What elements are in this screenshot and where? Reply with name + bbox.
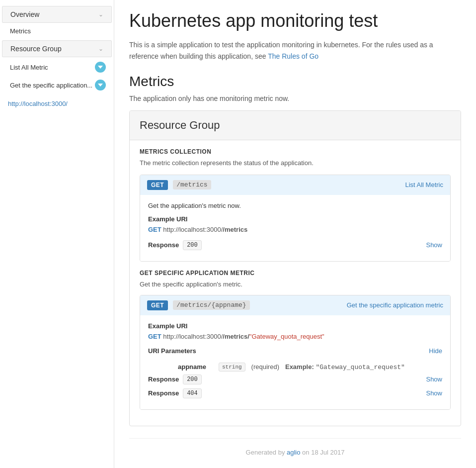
response-left-200-2: Response 200 (148, 374, 202, 384)
sidebar: Overview ⌄ Metrics Resource Group ⌄ List… (0, 0, 114, 468)
endpoint-link-metrics[interactable]: List All Metric (405, 181, 443, 188)
endpoint-desc-metrics: Get the application's metric now. (148, 202, 442, 209)
metrics-section-desc: The application only has one monitoring … (129, 94, 461, 102)
get-badge-metrics: GET (147, 180, 168, 190)
response-label-200-2: Response (148, 375, 179, 383)
uri-params-row: URI Parameters Hide (148, 347, 442, 355)
get-specific-title: GET SPECIFIC APPLICATION METRIC (140, 270, 451, 277)
sidebar-item-list-all-metric-label: List All Metric (10, 64, 48, 71)
metrics-section-title: Metrics (129, 74, 461, 90)
main-content: Kubernetes app monitoring test This is a… (114, 0, 476, 468)
metrics-collection-title: METRICS COLLECTION (140, 148, 451, 155)
metrics-collection-desc: The metric collection represents the sta… (140, 159, 451, 167)
sidebar-item-overview-label: Overview (10, 10, 39, 18)
sidebar-section-resource-group: Resource Group ⌄ List All Metric Get the… (0, 40, 114, 94)
sidebar-item-overview[interactable]: Overview ⌄ (2, 6, 112, 23)
page-title: Kubernetes app monitoring test (129, 10, 461, 31)
response-code-200-2: 200 (183, 374, 202, 384)
endpoint-header-left: GET /metrics (147, 180, 211, 190)
example-get-text-2: GET (148, 333, 161, 340)
chevron-down-icon: ⌄ (98, 11, 103, 18)
example-get-text-1: GET (148, 226, 161, 233)
sidebar-item-metrics[interactable]: Metrics (0, 24, 114, 38)
resource-group-title: Resource Group (140, 119, 451, 132)
param-example-key-label: Example: (285, 363, 314, 371)
response-row-200-2: Response 200 Show (148, 374, 442, 384)
page-description: This is a simple application to test the… (129, 39, 461, 62)
footer-prefix: Generated by (246, 449, 287, 456)
param-name: appname (178, 363, 213, 371)
param-required: (required) (251, 363, 279, 371)
hide-link[interactable]: Hide (429, 347, 442, 355)
get-specific-badge (95, 80, 106, 91)
example-uri-suffix-1: /metrics (223, 226, 247, 233)
example-uri-path-2: /metrics/ (223, 333, 249, 340)
footer-suffix: on 18 Jul 2017 (300, 449, 344, 456)
endpoint-path-metrics: /metrics (173, 180, 211, 189)
sidebar-item-get-specific[interactable]: Get the specific application... (0, 76, 114, 94)
resource-group-body: METRICS COLLECTION The metric collection… (130, 140, 461, 426)
example-uri-base-1: http://localhost:3000/ (163, 226, 223, 233)
localhost-link[interactable]: http://localhost:3000/ (0, 96, 114, 111)
param-example-val: "Gateway_quota_request" (316, 364, 404, 371)
example-uri-value-1: GET http://localhost:3000//metrics (148, 226, 442, 233)
example-uri-value-2: GET http://localhost:3000//metrics/"Gate… (148, 333, 442, 340)
sidebar-item-metrics-label: Metrics (10, 27, 31, 35)
example-uri-highlight-2: "Gateway_quota_request" (249, 333, 324, 340)
footer: Generated by aglio on 18 Jul 2017 (129, 438, 461, 466)
endpoint-block-specific: GET /metrics/{appname} Get the specific … (140, 295, 451, 410)
response-left-200-1: Response 200 (148, 240, 202, 250)
sidebar-item-resource-group[interactable]: Resource Group ⌄ (2, 40, 112, 57)
example-uri-label-1: Example URI (148, 215, 442, 223)
endpoint-block-metrics: GET /metrics List All Metric Get the app… (140, 175, 451, 262)
example-uri-base-2: http://localhost:3000/ (163, 333, 223, 340)
uri-params-label: URI Parameters (148, 347, 196, 355)
sidebar-item-list-all-metric[interactable]: List All Metric (0, 58, 114, 76)
resource-group-card: Resource Group METRICS COLLECTION The me… (129, 110, 461, 426)
resource-group-header: Resource Group (130, 111, 461, 140)
chevron-down-icon-2: ⌄ (98, 45, 103, 52)
response-code-404: 404 (183, 388, 202, 398)
endpoint-body-metrics: Get the application's metric now. Exampl… (140, 195, 450, 261)
endpoint-body-specific: Example URI GET http://localhost:3000//m… (140, 315, 450, 409)
show-link-200-2[interactable]: Show (426, 375, 442, 383)
response-left-404: Response 404 (148, 388, 202, 398)
response-label-404: Response (148, 389, 179, 397)
response-label-200-1: Response (148, 241, 179, 249)
sidebar-item-get-specific-label: Get the specific application... (10, 82, 92, 89)
show-link-404[interactable]: Show (426, 389, 442, 397)
get-specific-desc: Get the specific application's metric. (140, 281, 451, 288)
sidebar-item-resource-group-label: Resource Group (10, 45, 62, 53)
get-badge-specific: GET (147, 300, 168, 310)
param-row: appname string (required) Example: "Gate… (148, 360, 442, 374)
example-uri-label-2: Example URI (148, 322, 442, 330)
response-row-200-1: Response 200 Show (148, 240, 442, 250)
response-code-200-1: 200 (183, 240, 202, 250)
rules-of-go-link[interactable]: The Rules of Go (268, 52, 318, 60)
param-type: string (219, 363, 245, 372)
param-example-key: Example: "Gateway_quota_request" (285, 363, 405, 371)
aglio-link[interactable]: aglio (287, 449, 300, 456)
endpoint-header-specific-left: GET /metrics/{appname} (147, 300, 250, 310)
list-all-metric-badge (95, 62, 106, 73)
endpoint-header-specific[interactable]: GET /metrics/{appname} Get the specific … (140, 295, 450, 315)
response-row-404: Response 404 Show (148, 388, 442, 398)
sidebar-section-overview: Overview ⌄ Metrics (0, 6, 114, 38)
show-link-200-1[interactable]: Show (426, 241, 442, 249)
endpoint-path-specific: /metrics/{appname} (173, 300, 249, 310)
endpoint-link-specific[interactable]: Get the specific application metric (347, 301, 443, 309)
endpoint-header-metrics[interactable]: GET /metrics List All Metric (140, 175, 450, 195)
